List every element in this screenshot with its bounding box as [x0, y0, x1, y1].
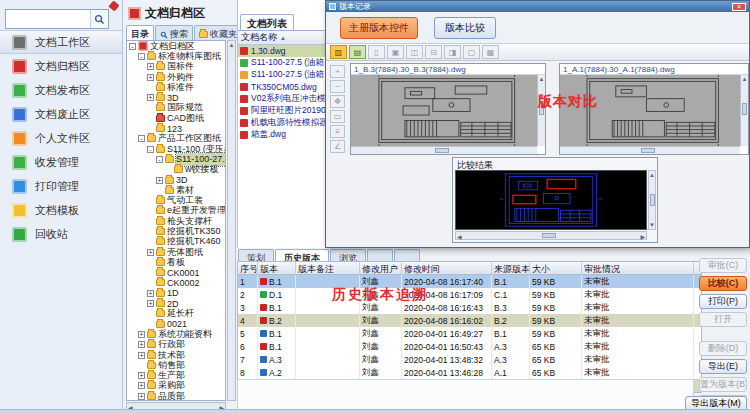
- result-vscrollbar[interactable]: ▲ ▼: [648, 170, 656, 230]
- zoom-out-icon[interactable]: −: [330, 80, 345, 93]
- column-header-2[interactable]: 版本: [258, 262, 296, 274]
- action-button-1[interactable]: 审批(C): [699, 258, 747, 273]
- document-row[interactable]: 1.30.dwg: [238, 45, 329, 57]
- main-version-control-button[interactable]: 主册版本控件: [340, 17, 418, 39]
- action-button-4[interactable]: 打开: [699, 312, 747, 327]
- expand-icon[interactable]: +: [147, 74, 154, 81]
- action-button-6[interactable]: 删除(D): [699, 341, 747, 356]
- tree-node[interactable]: +品质部: [127, 391, 225, 401]
- collapse-icon[interactable]: -: [138, 53, 145, 60]
- expand-icon[interactable]: +: [147, 300, 154, 307]
- action-button-7[interactable]: 导出(E): [699, 359, 747, 374]
- expand-icon[interactable]: +: [147, 249, 154, 256]
- column-header-5[interactable]: 修改时间: [402, 262, 492, 274]
- expand-icon[interactable]: +: [138, 341, 145, 348]
- search-input[interactable]: [6, 10, 90, 28]
- expand-icon[interactable]: +: [138, 393, 145, 400]
- page-icon[interactable]: ▯: [368, 45, 385, 59]
- tree-node[interactable]: w铰接板: [127, 165, 225, 175]
- sidebar-item-9[interactable]: 回收站: [0, 222, 122, 246]
- open-icon[interactable]: ▨: [330, 45, 347, 59]
- window-icon[interactable]: ▢: [463, 45, 480, 59]
- document-row[interactable]: V02系列电压冲击模拟: [238, 93, 329, 105]
- scroll-thumb[interactable]: [542, 233, 556, 238]
- column-header-3[interactable]: 版本备注: [296, 262, 360, 274]
- table-row[interactable]: 5B.1刘鑫2020-04-01 16:49:27B.159 KB未审批: [238, 327, 701, 340]
- table-row[interactable]: 7A.3刘鑫2020-04-01 13:48:32A.365 KB未审批: [238, 353, 701, 366]
- tree-node[interactable]: CAD图纸: [127, 113, 225, 123]
- expand-icon[interactable]: +: [138, 372, 145, 379]
- expand-icon[interactable]: +: [138, 331, 145, 338]
- pan-icon[interactable]: ✥: [330, 95, 345, 108]
- right-preview-vscrollbar[interactable]: ▲: [740, 75, 748, 146]
- document-row[interactable]: S11-100-27.5 (油箱: [238, 57, 329, 69]
- layers-icon[interactable]: ≡: [330, 125, 345, 138]
- tree-node[interactable]: CK0002: [127, 278, 225, 288]
- table-row[interactable]: 6B.1刘鑫2020-04-01 16:50:43A.365 KB未审批: [238, 340, 701, 353]
- sidebar-item-8[interactable]: 文档模板: [0, 198, 122, 222]
- document-row[interactable]: 阿里旺旺图片201909: [238, 105, 329, 117]
- measure-icon[interactable]: ∠: [330, 140, 345, 153]
- sidebar-item-7[interactable]: 打印管理: [0, 174, 122, 198]
- document-row[interactable]: 箱盖.dwg: [238, 129, 329, 141]
- zoom-in-icon[interactable]: +: [330, 65, 345, 78]
- document-row[interactable]: TK350CM05.dwg: [238, 81, 329, 93]
- scroll-thumb[interactable]: [435, 148, 449, 153]
- sidebar-item-2[interactable]: 文档归档区: [0, 54, 122, 78]
- fit-icon[interactable]: ▭: [330, 110, 345, 123]
- scroll-thumb[interactable]: [650, 194, 655, 206]
- sidebar-item-6[interactable]: 收发管理: [0, 150, 122, 174]
- right-preview-hscrollbar[interactable]: [560, 146, 740, 154]
- tree-node[interactable]: CK0001: [127, 268, 225, 278]
- left-preview-canvas[interactable]: [351, 75, 537, 146]
- split-vertical-icon[interactable]: ⊟: [425, 45, 442, 59]
- tree-node[interactable]: 标准件: [127, 82, 225, 92]
- expand-icon[interactable]: +: [138, 352, 145, 359]
- column-header-6[interactable]: 来源版本: [492, 262, 530, 274]
- table-row[interactable]: 1B.1刘鑫2020-04-08 16:17:40B.159 KB未审批: [238, 275, 701, 288]
- compare-result-canvas[interactable]: [455, 170, 647, 230]
- sidebar-item-3[interactable]: 文档发布区: [0, 78, 122, 102]
- tree-vertical-scrollbar[interactable]: ▲: [227, 40, 236, 401]
- sidebar-item-4[interactable]: 文档废止区: [0, 102, 122, 126]
- result-hscrollbar[interactable]: ◀ ▶: [455, 231, 647, 240]
- dialog-titlebar[interactable]: 版本记录 ×: [326, 1, 749, 12]
- document-name-column-header[interactable]: 文档名称 ▲: [238, 31, 329, 45]
- tree-node[interactable]: 看板: [127, 257, 225, 267]
- close-icon[interactable]: ×: [732, 3, 746, 11]
- version-compare-button[interactable]: 版本比较: [434, 17, 496, 39]
- copy-icon[interactable]: ▣: [387, 45, 404, 59]
- split-horizontal-icon[interactable]: ◫: [406, 45, 423, 59]
- save-icon[interactable]: ▤: [349, 45, 366, 59]
- collapse-icon[interactable]: -: [156, 156, 163, 163]
- scroll-thumb[interactable]: [641, 148, 655, 153]
- expand-icon[interactable]: +: [147, 63, 154, 70]
- pin-icon[interactable]: [108, 0, 119, 11]
- table-row[interactable]: 2D.1刘鑫2020-04-08 16:17:09C.159 KB未审批: [238, 288, 701, 301]
- expand-icon[interactable]: +: [156, 177, 163, 184]
- collapse-icon[interactable]: -: [147, 146, 154, 153]
- column-header-7[interactable]: 大小: [530, 262, 582, 274]
- expand-icon[interactable]: +: [138, 382, 145, 389]
- search-button[interactable]: [90, 10, 108, 28]
- sidebar-item-1[interactable]: 文档工作区: [0, 30, 122, 54]
- document-row[interactable]: S11-100-27.5 (油箱: [238, 69, 329, 81]
- left-preview-hscrollbar[interactable]: [351, 146, 537, 154]
- document-row[interactable]: 机载电源特性模拟器: [238, 117, 329, 129]
- column-header-4[interactable]: 修改用户: [360, 262, 402, 274]
- action-button-8[interactable]: 置为版本(B): [699, 377, 747, 392]
- table-row[interactable]: 8A.2刘鑫2020-04-01 13:46:28A.165 KB未审批: [238, 366, 701, 379]
- expand-icon[interactable]: +: [147, 290, 154, 297]
- action-button-3[interactable]: 打印(P): [699, 294, 747, 309]
- table-row[interactable]: 4B.2刘鑫2020-04-08 16:16:02B.259 KB未审批: [238, 314, 701, 327]
- sidebar-item-5[interactable]: 个人文件区: [0, 126, 122, 150]
- column-header-8[interactable]: 审批情况: [582, 262, 694, 274]
- grid-icon[interactable]: ▦: [482, 45, 499, 59]
- collapse-icon[interactable]: -: [129, 43, 136, 50]
- column-header-1[interactable]: 序号: [238, 262, 258, 274]
- action-button-2[interactable]: 比较(C): [699, 276, 747, 291]
- scroll-thumb[interactable]: [742, 103, 747, 115]
- overlay-icon[interactable]: ◨: [444, 45, 461, 59]
- tree-node[interactable]: +1D: [127, 288, 225, 298]
- tree-node[interactable]: 延长杆: [127, 309, 225, 319]
